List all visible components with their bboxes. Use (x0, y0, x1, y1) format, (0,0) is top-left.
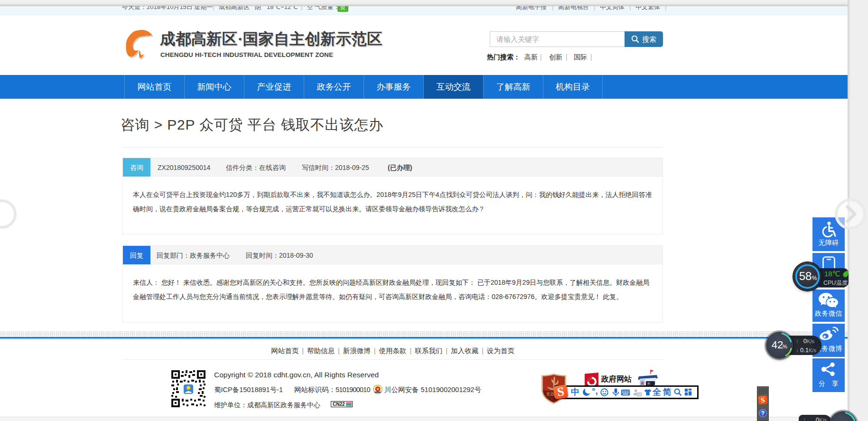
svg-text:23: 23 (637, 393, 640, 396)
svg-text:58: 58 (799, 270, 812, 282)
svg-text:%: % (812, 275, 817, 281)
svg-text:成: 成 (640, 382, 644, 385)
svg-text:%: % (783, 344, 787, 349)
svg-text:42: 42 (772, 339, 783, 351)
